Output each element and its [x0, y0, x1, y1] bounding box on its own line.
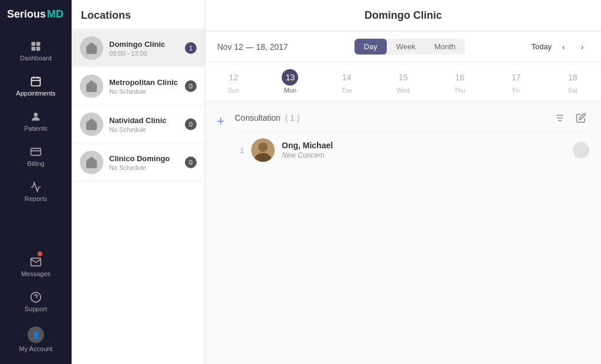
appointment-row[interactable]: 1 Ong, Michael New Concern [235, 132, 589, 168]
day-num-12: 12 [225, 69, 242, 86]
appointment-status[interactable] [573, 142, 589, 158]
billing-label: Billing [27, 160, 44, 167]
view-btn-week[interactable]: Week [387, 39, 425, 55]
sidebar-item-support[interactable]: Support [0, 284, 72, 319]
location-avatar-natividad [80, 113, 103, 136]
avatar-image [251, 138, 275, 162]
today-nav: Today ‹ › [531, 40, 589, 54]
sidebar-item-account[interactable]: 👤 My Account [0, 319, 72, 359]
sidebar-nav: Dashboard Appointments Patients Billing … [0, 29, 72, 249]
day-name-18: Sat [568, 87, 578, 94]
messages-icon [30, 256, 42, 268]
day-num-15: 15 [395, 69, 411, 86]
day-num-14: 14 [339, 69, 355, 86]
date-range: Nov 12 — 18, 2017 [217, 42, 288, 52]
day-name-13: Mon [284, 87, 296, 94]
sidebar-item-reports[interactable]: Reports [0, 174, 72, 209]
location-name-natividad: Natividad Clinic [109, 116, 179, 125]
day-name-17: Fri [512, 87, 520, 94]
consultation-title-text: Consultation [235, 113, 281, 123]
view-toggle: Day Week Month [354, 39, 465, 55]
sidebar: SeriousMD Dashboard Appointments Patient… [0, 0, 72, 364]
day-num-16: 16 [451, 69, 468, 86]
dashboard-icon [30, 40, 42, 52]
sidebar-item-appointments[interactable]: Appointments [0, 69, 72, 104]
sidebar-item-billing[interactable]: Billing [0, 139, 72, 174]
location-item-clinico[interactable]: Clinico Domingo No Schedule 0 [72, 144, 205, 182]
consultation-section: Consultation ( 1 ) 1 [235, 110, 589, 168]
appointment-type: New Concern [282, 151, 566, 159]
location-item-natividad[interactable]: Natividad Clinic No Schedule 0 [72, 106, 205, 144]
location-sub-domingo: 09:00 - 13:00 [109, 50, 179, 57]
sidebar-item-messages[interactable]: Messages [0, 249, 72, 284]
support-label: Support [25, 305, 48, 312]
location-name-clinico: Clinico Domingo [109, 154, 179, 163]
svg-rect-0 [32, 42, 36, 46]
svg-point-8 [34, 113, 38, 117]
location-badge-natividad: 0 [185, 118, 197, 130]
appointment-info: Ong, Michael New Concern [282, 141, 566, 159]
today-label: Today [531, 42, 552, 51]
day-col-16: 16 Thu [431, 67, 488, 96]
edit-icon[interactable] [573, 110, 589, 126]
view-btn-day[interactable]: Day [354, 39, 387, 55]
locations-panel: Locations Domingo Clinic 09:00 - 13:00 1… [72, 0, 205, 364]
day-num-13: 13 [282, 69, 298, 86]
sidebar-item-dashboard[interactable]: Dashboard [0, 33, 72, 69]
day-name-16: Thu [454, 87, 465, 94]
location-item-metropolitan[interactable]: Metropolitan Clinic No Schedule 0 [72, 67, 205, 106]
next-arrow[interactable]: › [575, 40, 589, 54]
filter-icon[interactable] [552, 110, 568, 126]
location-avatar-metropolitan [80, 74, 103, 98]
svg-rect-1 [36, 42, 40, 46]
appointments-icon [30, 76, 42, 87]
location-info-clinico: Clinico Domingo No Schedule [109, 154, 179, 171]
location-info-natividad: Natividad Clinic No Schedule [109, 116, 179, 133]
appointment-name: Ong, Michael [282, 141, 566, 150]
svg-point-17 [258, 142, 268, 152]
consultation-title: Consultation ( 1 ) [235, 113, 300, 123]
day-col-14: 14 Tue [319, 67, 375, 96]
location-sub-clinico: No Schedule [109, 164, 179, 171]
sidebar-bottom: Messages Support 👤 My Account [0, 249, 72, 364]
location-badge-domingo: 1 [185, 42, 197, 54]
day-columns: 12 Sun 13 Mon 14 Tue 15 Wed 16 Thu 17 Fr… [205, 62, 601, 101]
view-btn-month[interactable]: Month [425, 39, 465, 55]
day-name-15: Wed [397, 87, 410, 94]
location-sub-metropolitan: No Schedule [109, 88, 179, 95]
logo-suffix: MD [47, 8, 63, 21]
svg-rect-2 [32, 47, 36, 51]
day-name-12: Sun [228, 87, 239, 94]
day-col-18: 18 Sat [545, 67, 601, 96]
reports-icon [30, 181, 42, 193]
header-actions [552, 110, 589, 126]
location-avatar-domingo [80, 36, 103, 60]
appointments-label: Appointments [16, 90, 55, 97]
reports-label: Reports [25, 195, 48, 202]
add-appointment-button[interactable]: + [212, 113, 229, 130]
location-name-metropolitan: Metropolitan Clinic [109, 78, 179, 87]
prev-arrow[interactable]: ‹ [556, 40, 570, 54]
location-badge-clinico: 0 [185, 157, 197, 168]
day-col-13: 13 Mon [262, 67, 318, 96]
consultation-count: ( 1 ) [285, 113, 300, 123]
svg-rect-4 [32, 77, 40, 86]
location-info-metropolitan: Metropolitan Clinic No Schedule [109, 78, 179, 95]
calendar-toolbar: Nov 12 — 18, 2017 Day Week Month Today ‹… [205, 32, 601, 62]
clinic-header: Domingo Clinic [205, 0, 601, 32]
svg-rect-3 [36, 47, 40, 51]
location-name-domingo: Domingo Clinic [109, 40, 179, 49]
sidebar-item-patients[interactable]: Patients [0, 104, 72, 139]
support-icon [30, 291, 42, 303]
location-item-domingo[interactable]: Domingo Clinic 09:00 - 13:00 1 [72, 29, 205, 67]
clinic-icon-2 [85, 79, 99, 93]
messages-label: Messages [21, 270, 50, 277]
dashboard-label: Dashboard [20, 55, 52, 62]
day-name-14: Tue [341, 87, 352, 94]
day-col-12: 12 Sun [205, 67, 262, 96]
account-avatar: 👤 [28, 326, 44, 343]
consultation-header: Consultation ( 1 ) [235, 110, 589, 126]
day-num-17: 17 [508, 69, 525, 86]
main-content: Domingo Clinic Nov 12 — 18, 2017 Day Wee… [205, 0, 601, 364]
patients-label: Patients [24, 125, 48, 132]
